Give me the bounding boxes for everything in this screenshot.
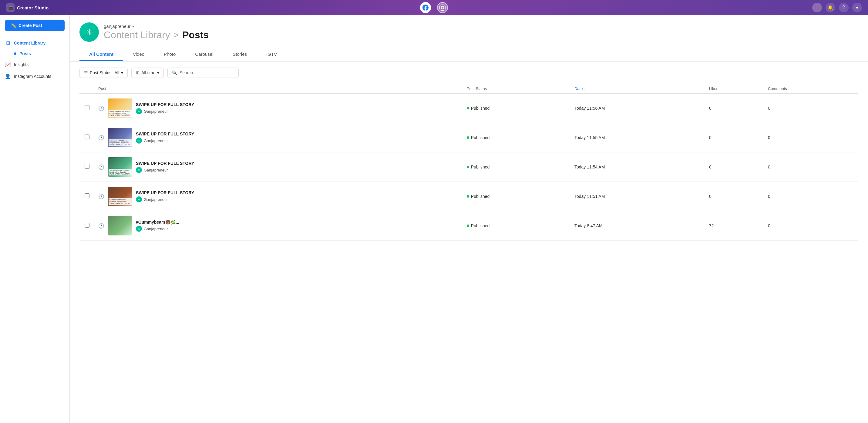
time-filter[interactable]: ⊞ All time ▾ [131, 68, 164, 78]
search-box[interactable]: 🔍 [167, 68, 239, 78]
row-likes-cell-2: 0 [706, 123, 764, 153]
sidebar-item-instagram-accounts-label: Instagram Accounts [14, 74, 51, 79]
tab-all-content[interactable]: All Content [80, 48, 123, 61]
sidebar-item-insights[interactable]: 📈 Insights [0, 59, 69, 70]
row-post-cell-4: 🕐 California Cannabis Tax Revenues Plan … [95, 182, 463, 211]
row-select-cell-2 [80, 123, 95, 153]
row-post-cell-3: 🕐 San Francisco May Consider Providing F… [95, 153, 463, 182]
breadcrumb-separator: > [174, 30, 179, 40]
status-dot-5 [467, 225, 469, 227]
post-title-2: SWIPE UP FOR FULL STORY [136, 131, 194, 136]
tab-photo-label: Photo [164, 52, 176, 57]
posts-dot-icon [14, 53, 17, 55]
post-title-5: #Gummybears🐻🌿... [136, 220, 179, 225]
tab-carousel[interactable]: Carousel [185, 48, 223, 61]
create-post-icon: ✏️ [11, 23, 16, 28]
post-title-3: SWIPE UP FOR FULL STORY [136, 161, 194, 166]
table-row: 🕐 California Cannabis Tax Revenues Plan … [80, 182, 858, 211]
post-status-filter-icon: ☰ [84, 70, 88, 75]
table-row: 🕐 San Francisco May Consider Providing F… [80, 153, 858, 182]
tab-stories-label: Stories [232, 52, 247, 57]
row-status-cell-3: Published [463, 153, 571, 182]
user-avatar[interactable] [812, 3, 822, 12]
post-clock-icon-5[interactable]: 🕐 [98, 223, 104, 229]
status-badge-1: Published [467, 106, 567, 110]
time-dropdown-icon: ▾ [157, 70, 159, 75]
post-account-3: ✳ Ganjapreneur [136, 167, 194, 173]
col-post-status-header: Post Status [463, 84, 571, 94]
post-thumbnail-5 [108, 216, 132, 235]
sidebar-item-insights-label: Insights [14, 62, 29, 67]
notifications-button[interactable]: 🔔 [826, 3, 835, 12]
row-date-cell-4: Today 11:51 AM [571, 182, 706, 211]
breadcrumb-parent: Content Library [104, 29, 170, 41]
thumb-overlay-2: Scientists & NAACP Pursue Postponed THC … [108, 139, 132, 146]
post-info-1: SWIPE UP FOR FULL STORY ✳ Ganjapreneur [136, 102, 194, 114]
post-account-name-2: Ganjapreneur [144, 138, 168, 143]
row-checkbox-4[interactable] [85, 193, 90, 198]
account-avatar-icon: ✳ [86, 27, 93, 37]
row-checkbox-5[interactable] [85, 223, 90, 228]
page-header-top: ✳ ganjapreneur ▾ Content Library > Posts [80, 23, 858, 42]
table-row: 🕐 Survey Suggests 3mg Is Ideal Cannabis … [80, 94, 858, 123]
row-date-cell-2: Today 11:55 AM [571, 123, 706, 153]
sidebar-item-content-library-label: Content Library [14, 41, 45, 45]
account-dropdown-icon[interactable]: ▾ [132, 24, 134, 29]
app-logo-icon: 🎬 [6, 3, 14, 12]
sidebar-item-content-library[interactable]: ⊞ Content Library [0, 37, 69, 49]
tab-video-label: Video [133, 52, 144, 57]
filters-row: ☰ Post Status: All ▾ ⊞ All time ▾ 🔍 [80, 68, 858, 78]
status-label-4: Published [471, 194, 490, 199]
status-dot-3 [467, 166, 469, 168]
main-content: ✳ ganjapreneur ▾ Content Library > Posts [70, 15, 868, 423]
row-checkbox-1[interactable] [85, 105, 90, 110]
post-clock-icon-2[interactable]: 🕐 [98, 135, 104, 140]
post-account-name-5: Ganjapreneur [144, 227, 168, 231]
tab-igtv[interactable]: IGTV [256, 48, 287, 61]
post-account-name-1: Ganjapreneur [144, 109, 168, 113]
search-input[interactable] [180, 70, 234, 75]
sidebar-item-instagram-accounts[interactable]: 👤 Instagram Accounts [0, 70, 69, 82]
thumb-overlay-4: California Cannabis Tax Revenues Plan $1… [108, 198, 132, 205]
row-date-cell-3: Today 11:54 AM [571, 153, 706, 182]
content-library-icon: ⊞ [5, 40, 11, 46]
col-date-header[interactable]: Date ↓ [571, 84, 706, 94]
status-dot-2 [467, 136, 469, 139]
post-account-avatar-4: ✳ [136, 196, 142, 202]
row-select-cell-1 [80, 94, 95, 123]
row-likes-cell-4: 0 [706, 182, 764, 211]
create-post-button[interactable]: ✏️ Create Post [5, 20, 65, 31]
app-name: Creator Studio [17, 5, 49, 10]
post-account-4: ✳ Ganjapreneur [136, 196, 194, 202]
facebook-platform-button[interactable] [420, 2, 431, 13]
post-clock-icon-4[interactable]: 🕐 [98, 194, 104, 199]
row-comments-cell-5: 0 [764, 211, 858, 240]
tab-stories[interactable]: Stories [223, 48, 256, 61]
post-account-avatar-2: ✳ [136, 137, 142, 143]
top-nav-right: 🔔 ? ▾ [812, 3, 862, 12]
thumb-overlay-3: San Francisco May Consider Providing Fre… [108, 169, 132, 175]
app-logo[interactable]: 🎬 Creator Studio [6, 3, 49, 12]
tab-all-content-label: All Content [89, 52, 114, 57]
top-navigation: 🎬 Creator Studio 🔔 ? ▾ [0, 0, 868, 15]
dropdown-button[interactable]: ▾ [852, 3, 862, 12]
help-button[interactable]: ? [839, 3, 848, 12]
tab-video[interactable]: Video [123, 48, 154, 61]
status-badge-2: Published [467, 135, 567, 140]
post-clock-icon-1[interactable]: 🕐 [98, 105, 104, 111]
instagram-platform-button[interactable] [437, 2, 448, 13]
row-comments-cell-4: 0 [764, 182, 858, 211]
search-icon: 🔍 [172, 70, 177, 75]
tab-photo[interactable]: Photo [154, 48, 185, 61]
row-checkbox-3[interactable] [85, 164, 90, 169]
instagram-accounts-icon: 👤 [5, 73, 11, 79]
row-checkbox-2[interactable] [85, 134, 90, 139]
col-likes-label: Likes [709, 86, 718, 91]
status-label-5: Published [471, 223, 490, 228]
sidebar-item-posts[interactable]: Posts [0, 49, 69, 59]
post-clock-icon-3[interactable]: 🕐 [98, 164, 104, 170]
post-status-filter[interactable]: ☰ Post Status: All ▾ [80, 68, 128, 78]
breadcrumb: Content Library > Posts [104, 29, 209, 41]
post-thumbnail-2: Scientists & NAACP Pursue Postponed THC … [108, 128, 132, 147]
col-post-label: Post [98, 86, 106, 91]
